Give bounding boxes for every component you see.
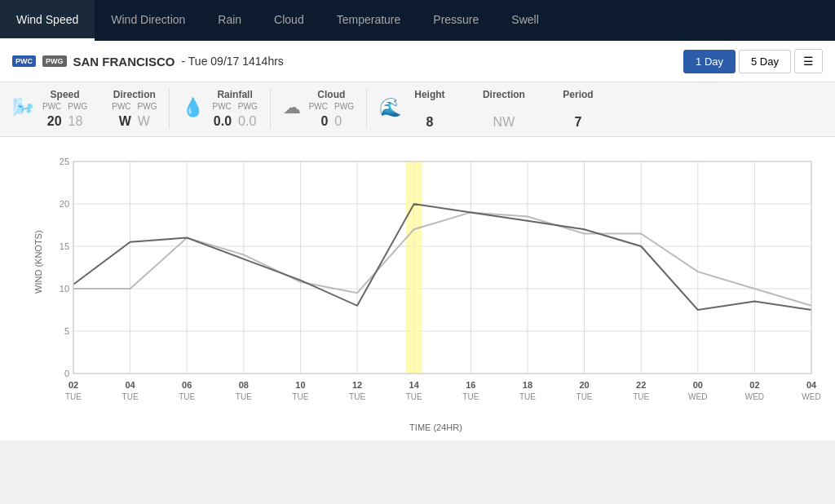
rain-pwc-val: 0.0 — [214, 114, 232, 129]
rain-pwg-label: PWG — [238, 102, 258, 111]
swell-height-col: Height 8 — [409, 89, 450, 130]
rain-icon: 💧 — [182, 97, 204, 118]
tab-pressure[interactable]: Pressure — [417, 0, 495, 41]
swell-dir-val: NW — [493, 115, 515, 129]
cloud-pwc-val: 0 — [320, 114, 328, 129]
datetime: - Tue 09/17 1414hrs — [182, 55, 284, 68]
cloud-col: Cloud PWC PWG 0 0 — [309, 89, 354, 129]
tab-rain[interactable]: Rain — [201, 0, 258, 41]
tab-cloud[interactable]: Cloud — [258, 0, 320, 41]
menu-button[interactable]: ☰ — [794, 49, 823, 73]
wind-icon: 🌬️ — [12, 97, 34, 118]
rainfall-col: Rainfall PWC PWG 0.0 0.0 — [212, 89, 257, 129]
x-axis-label: TIME (24HR) — [45, 418, 827, 436]
data-table: 🌬️ Speed PWC PWG 20 18 Direction — [0, 82, 835, 137]
speed-pwc-label: PWC — [42, 102, 61, 111]
cloud-pwg-val: 0 — [334, 114, 342, 129]
cloud-pwg-label: PWG — [334, 102, 354, 111]
wind-chart[interactable] — [45, 149, 824, 418]
badge-pwc: PWC — [12, 55, 36, 67]
y-axis-label: WIND (KNOTS) — [33, 230, 43, 294]
swell-period-val: 7 — [575, 115, 582, 129]
speed-col: Speed PWC PWG 20 18 — [42, 89, 87, 129]
dir-pwg-label: PWG — [138, 102, 157, 111]
btn-1day[interactable]: 1 Day — [683, 50, 736, 73]
day-buttons: 1 Day 5 Day ☰ — [683, 49, 823, 73]
swell-dir-col: Direction NW — [483, 89, 525, 130]
speed-pwg-label: PWG — [68, 102, 87, 111]
speed-pwc-val: 20 — [47, 114, 62, 129]
rain-pwg-val: 0.0 — [238, 114, 256, 129]
location-name: SAN FRANCISCO — [73, 55, 175, 69]
dir-pwc-val: W — [119, 114, 131, 129]
tab-wind-direction[interactable]: Wind Direction — [95, 0, 201, 41]
dir-pwg-val: W — [138, 114, 150, 129]
badge-pwg: PWG — [42, 55, 67, 67]
swell-period-col: Period 7 — [558, 89, 599, 130]
nav-bar: Wind Speed Wind Direction Rain Cloud Tem… — [0, 0, 835, 41]
tab-swell[interactable]: Swell — [495, 0, 554, 41]
swell-icon: 🌊 — [379, 97, 401, 118]
dir-pwc-label: PWC — [112, 102, 130, 111]
wind-dir-col: Direction PWC PWG W W — [112, 89, 157, 129]
cloud-icon: ☁ — [283, 97, 301, 118]
rain-pwc-label: PWC — [212, 102, 231, 111]
btn-5day[interactable]: 5 Day — [739, 50, 791, 73]
location-info: PWC PWG SAN FRANCISCO - Tue 09/17 1414hr… — [12, 55, 284, 69]
tab-wind-speed[interactable]: Wind Speed — [0, 0, 95, 41]
header-bar: PWC PWG SAN FRANCISCO - Tue 09/17 1414hr… — [0, 41, 835, 82]
swell-height-val: 8 — [426, 115, 433, 129]
speed-pwg-val: 18 — [68, 114, 83, 129]
chart-area: WIND (KNOTS) TIME (24HR) — [0, 137, 835, 440]
tab-temperature[interactable]: Temperature — [320, 0, 418, 41]
cloud-pwc-label: PWC — [309, 102, 328, 111]
